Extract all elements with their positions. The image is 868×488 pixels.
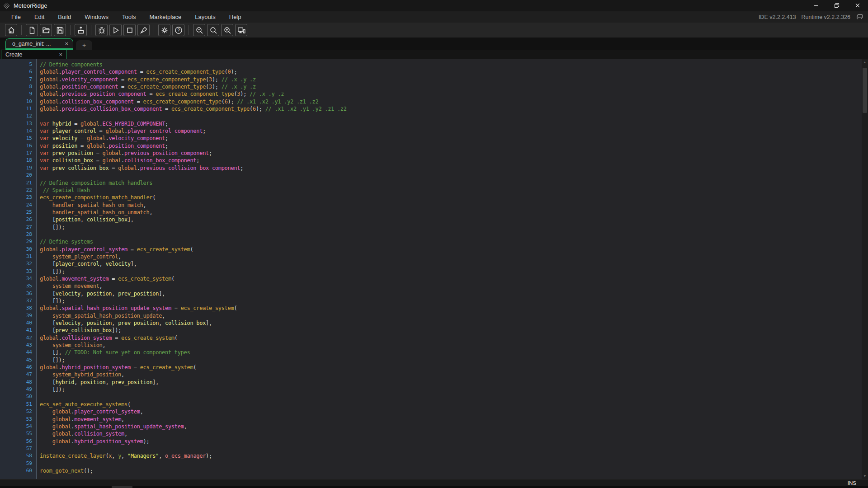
line-number[interactable]: 12 <box>0 113 37 120</box>
line-number[interactable]: 33 <box>0 268 37 275</box>
menu-layouts[interactable]: Layouts <box>188 11 222 23</box>
scroll-down-icon[interactable]: ▼ <box>862 473 868 479</box>
line-number[interactable]: 51 <box>0 401 37 408</box>
line-number[interactable]: 53 <box>0 416 37 423</box>
line-number[interactable]: 32 <box>0 260 37 267</box>
line-number[interactable]: 45 <box>0 357 37 364</box>
line-number[interactable]: 37 <box>0 297 37 305</box>
menu-marketplace[interactable]: Marketplace <box>142 11 188 23</box>
stop-button[interactable] <box>123 24 136 36</box>
menu-help[interactable]: Help <box>222 11 248 23</box>
line-number[interactable]: 55 <box>0 430 37 437</box>
line-number[interactable]: 9 <box>0 90 37 98</box>
line-number[interactable]: 54 <box>0 423 37 430</box>
line-number[interactable]: 35 <box>0 282 37 290</box>
zoom-actual-button[interactable] <box>207 24 219 36</box>
line-number[interactable]: 26 <box>0 216 37 223</box>
new-file-button[interactable] <box>26 24 38 36</box>
line-number[interactable]: 44 <box>0 349 37 356</box>
close-button[interactable] <box>847 0 868 11</box>
line-number[interactable]: 40 <box>0 319 37 327</box>
line-number[interactable]: 21 <box>0 179 37 187</box>
restore-button[interactable] <box>826 0 847 11</box>
line-number[interactable]: 58 <box>0 452 37 460</box>
line-number[interactable]: 29 <box>0 238 37 245</box>
clean-button[interactable] <box>137 24 150 36</box>
line-number[interactable]: 5 <box>0 61 37 68</box>
line-number[interactable]: 19 <box>0 164 37 172</box>
horizontal-scrollbar-thumb[interactable] <box>112 486 132 488</box>
line-number[interactable]: 22 <box>0 187 37 194</box>
line-number[interactable]: 13 <box>0 120 37 127</box>
home-button[interactable] <box>5 24 17 36</box>
line-number[interactable]: 38 <box>0 305 37 312</box>
event-tab-create[interactable]: Create × <box>1 50 66 59</box>
line-number[interactable]: 8 <box>0 83 37 90</box>
line-number[interactable]: 10 <box>0 98 37 105</box>
line-number[interactable]: 14 <box>0 127 37 135</box>
debug-button[interactable] <box>95 24 108 36</box>
line-number[interactable]: 50 <box>0 393 37 400</box>
menu-tools[interactable]: Tools <box>115 11 142 23</box>
save-button[interactable] <box>54 24 66 36</box>
code-line: global.collision_system, <box>40 430 862 437</box>
line-number[interactable]: 47 <box>0 371 37 378</box>
help-button[interactable]: ? <box>172 24 184 36</box>
line-number[interactable]: 28 <box>0 231 37 238</box>
line-number[interactable]: 49 <box>0 386 37 393</box>
menu-file[interactable]: File <box>5 11 28 23</box>
line-number-gutter[interactable]: 5678910111213141516171819202122232425262… <box>0 59 37 479</box>
line-number[interactable]: 6 <box>0 68 37 75</box>
run-button[interactable] <box>109 24 122 36</box>
line-number[interactable]: 31 <box>0 253 37 260</box>
line-number[interactable]: 11 <box>0 105 37 113</box>
line-number[interactable]: 36 <box>0 290 37 297</box>
horizontal-scrollbar[interactable] <box>0 486 868 488</box>
line-number[interactable]: 56 <box>0 438 37 445</box>
toolbar-separator <box>154 25 154 35</box>
vertical-scrollbar[interactable]: ▲ ▼ <box>862 59 868 479</box>
tab-o-game-init[interactable]: o_game_init: ... × <box>5 38 73 50</box>
create-executable-button[interactable] <box>75 24 87 36</box>
line-number[interactable]: 34 <box>0 275 37 282</box>
menu-edit[interactable]: Edit <box>28 11 51 23</box>
line-number[interactable]: 43 <box>0 342 37 349</box>
line-number[interactable]: 30 <box>0 246 37 253</box>
minimize-button[interactable] <box>806 0 826 11</box>
scrollbar-thumb[interactable] <box>863 68 867 113</box>
line-number[interactable]: 15 <box>0 135 37 142</box>
line-number[interactable]: 23 <box>0 194 37 201</box>
line-number[interactable]: 7 <box>0 76 37 83</box>
feedback-bubble-icon[interactable] <box>856 14 863 20</box>
line-number[interactable]: 42 <box>0 334 37 342</box>
line-number[interactable]: 52 <box>0 408 37 415</box>
zoom-in-button[interactable] <box>221 24 233 36</box>
line-number[interactable]: 46 <box>0 364 37 371</box>
code-editor[interactable]: 5678910111213141516171819202122232425262… <box>0 59 862 479</box>
code-lines[interactable]: // Define componentsglobal.player_contro… <box>40 59 862 474</box>
line-number[interactable]: 41 <box>0 327 37 334</box>
tab-close-icon[interactable]: × <box>65 40 68 47</box>
target-manager-button[interactable] <box>235 24 247 36</box>
line-number[interactable]: 16 <box>0 142 37 150</box>
line-number[interactable]: 57 <box>0 445 37 452</box>
line-number[interactable]: 48 <box>0 379 37 386</box>
line-number[interactable]: 17 <box>0 150 37 157</box>
game-options-button[interactable] <box>158 24 170 36</box>
menu-windows[interactable]: Windows <box>78 11 115 23</box>
line-number[interactable]: 25 <box>0 209 37 216</box>
menu-build[interactable]: Build <box>51 11 78 23</box>
line-number[interactable]: 24 <box>0 202 37 209</box>
line-number[interactable]: 18 <box>0 157 37 164</box>
line-number[interactable]: 59 <box>0 460 37 467</box>
line-number[interactable]: 60 <box>0 467 37 474</box>
zoom-out-button[interactable] <box>193 24 205 36</box>
line-number[interactable]: 20 <box>0 172 37 179</box>
event-tab-close-icon[interactable]: × <box>59 51 62 58</box>
line-number[interactable]: 39 <box>0 312 37 319</box>
line-number[interactable]: 27 <box>0 224 37 231</box>
zoom-actual-icon <box>209 26 218 35</box>
scroll-up-icon[interactable]: ▲ <box>862 59 868 65</box>
new-tab-button[interactable]: + <box>76 40 92 50</box>
open-folder-button[interactable] <box>40 24 52 36</box>
